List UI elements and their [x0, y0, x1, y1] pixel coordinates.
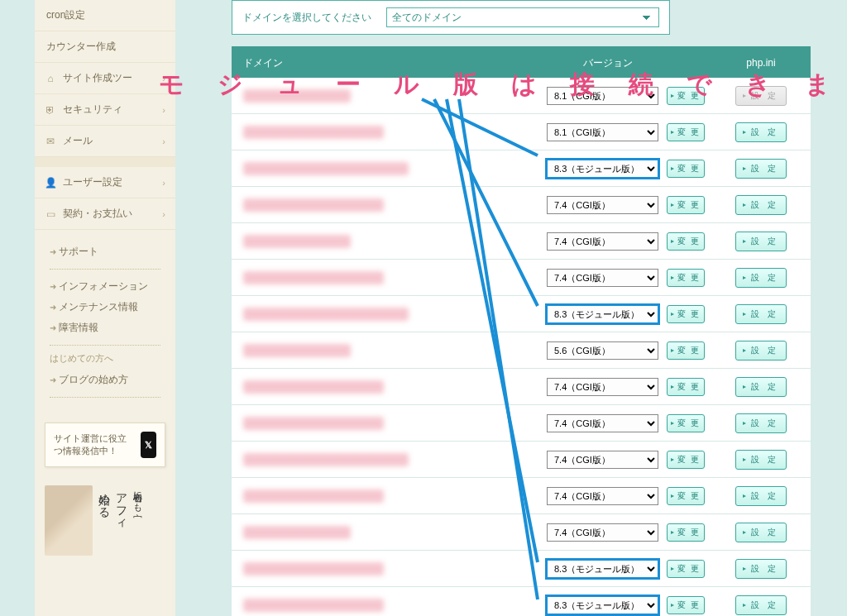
sidebar-support: サポート インフォメーション メンテナンス情報 障害情報 はじめての方へ ブログ…	[35, 230, 175, 411]
table-row: 7.4（CGI版）変 更設 定	[232, 514, 811, 551]
php-version-select[interactable]: 8.3（モジュール版）	[547, 560, 658, 578]
domain-cell-redacted	[243, 126, 384, 139]
phpini-settings-button[interactable]: 設 定	[735, 232, 787, 251]
table-row: 8.3（モジュール版）変 更設 定	[232, 296, 811, 332]
phpini-settings-button[interactable]: 設 定	[735, 377, 787, 397]
php-version-select[interactable]: 7.4（CGI版）	[547, 451, 658, 469]
version-table: ドメイン バージョン php.ini 8.1（CGI版）変 更設 定8.1（CG…	[232, 46, 811, 616]
sidebar-link-information[interactable]: インフォメーション	[50, 276, 160, 297]
change-button[interactable]: 変 更	[667, 451, 705, 469]
domain-cell-redacted	[243, 308, 409, 321]
domain-cell-redacted	[243, 344, 351, 357]
domain-cell-redacted	[243, 489, 384, 503]
php-version-select[interactable]: 5.6（CGI版）	[547, 341, 658, 360]
chevron-right-icon: ›	[162, 178, 165, 188]
php-version-select[interactable]: 7.4（CGI版）	[547, 269, 658, 287]
change-button[interactable]: 変 更	[667, 269, 705, 287]
php-version-select[interactable]: 8.3（モジュール版）	[547, 160, 658, 178]
table-row: 7.4（CGI版）変 更設 定	[232, 478, 811, 514]
th-version: バージョン	[505, 56, 711, 70]
domain-cell-redacted	[243, 198, 384, 212]
change-button[interactable]: 変 更	[667, 378, 705, 396]
phpini-settings-button[interactable]: 設 定	[735, 268, 787, 288]
phpini-settings-button[interactable]: 設 定	[735, 559, 787, 579]
table-row: 8.1（CGI版）変 更設 定	[232, 114, 811, 150]
table-row: 7.4（CGI版）変 更設 定	[232, 223, 811, 260]
th-domain: ドメイン	[232, 56, 505, 70]
php-version-select[interactable]: 7.4（CGI版）	[547, 196, 658, 214]
php-version-select[interactable]: 8.3（モジュール版）	[547, 305, 658, 323]
domain-selector-label: ドメインを選択してください	[242, 11, 371, 25]
change-button[interactable]: 変 更	[667, 87, 705, 105]
x-logo-icon: 𝕏	[141, 432, 156, 458]
promo-box[interactable]: サイト運営に役立つ情報発信中！ 𝕏	[45, 423, 165, 467]
phpini-settings-button[interactable]: 設 定	[735, 523, 787, 542]
table-row: 7.4（CGI版）変 更設 定	[232, 405, 811, 442]
change-button[interactable]: 変 更	[667, 560, 705, 578]
php-version-select[interactable]: 8.1（CGI版）	[547, 123, 658, 141]
change-button[interactable]: 変 更	[667, 196, 705, 214]
ad-text: 始める アフィ 初心者にも宀	[98, 485, 143, 601]
change-button[interactable]: 変 更	[667, 414, 705, 432]
change-button[interactable]: 変 更	[667, 123, 705, 141]
sidebar-item-mail[interactable]: ✉ メール ›	[35, 126, 175, 157]
domain-cell-redacted	[243, 562, 384, 575]
table-header: ドメイン バージョン php.ini	[232, 48, 811, 78]
sidebar: cron設定 カウンター作成 ⌂ サイト作成ツー › ⛨ セキュリティ › ✉ …	[35, 0, 175, 616]
main-panel: ドメインを選択してください 全てのドメイン ドメイン バージョン php.ini…	[232, 0, 830, 616]
php-version-select[interactable]: 7.4（CGI版）	[547, 414, 658, 432]
shield-icon: ⛨	[45, 104, 56, 116]
phpini-settings-button[interactable]: 設 定	[735, 413, 787, 433]
sidebar-item-security[interactable]: ⛨ セキュリティ ›	[35, 94, 175, 126]
chevron-right-icon: ›	[162, 136, 165, 146]
sidebar-item-billing[interactable]: ▭ 契約・お支払い ›	[35, 198, 175, 230]
phpini-settings-button[interactable]: 設 定	[735, 486, 787, 506]
phpini-settings-button[interactable]: 設 定	[735, 122, 787, 142]
sidebar-link-support[interactable]: サポート	[50, 241, 160, 262]
change-button[interactable]: 変 更	[667, 487, 705, 505]
change-button[interactable]: 変 更	[667, 596, 705, 614]
table-row: 5.6（CGI版）変 更設 定	[232, 332, 811, 369]
php-version-select[interactable]: 7.4（CGI版）	[547, 487, 658, 505]
php-version-select[interactable]: 8.3（モジュール版）	[547, 596, 658, 614]
table-row: 8.3（モジュール版）変 更設 定	[232, 551, 811, 587]
th-phpini: php.ini	[711, 57, 811, 69]
user-icon: 👤	[45, 177, 56, 189]
promo-text: サイト運営に役立つ情報発信中！	[54, 432, 132, 457]
chevron-right-icon: ›	[162, 209, 165, 219]
sidebar-item-counter[interactable]: カウンター作成	[35, 31, 175, 63]
change-button[interactable]: 変 更	[667, 160, 705, 178]
table-row: 7.4（CGI版）変 更設 定	[232, 442, 811, 478]
phpini-settings-button[interactable]: 設 定	[735, 341, 787, 361]
mail-icon: ✉	[45, 136, 56, 147]
change-button[interactable]: 変 更	[667, 341, 705, 360]
domain-cell-redacted	[243, 162, 409, 175]
sidebar-link-outage[interactable]: 障害情報	[50, 318, 160, 338]
change-button[interactable]: 変 更	[667, 305, 705, 323]
php-version-select[interactable]: 7.4（CGI版）	[547, 523, 658, 542]
sidebar-link-maintenance[interactable]: メンテナンス情報	[50, 297, 160, 318]
change-button[interactable]: 変 更	[667, 232, 705, 251]
domain-cell-redacted	[243, 235, 351, 248]
sidebar-item-sitebuilder[interactable]: ⌂ サイト作成ツー ›	[35, 63, 175, 94]
domain-cell-redacted	[243, 89, 351, 103]
table-row: 8.3（モジュール版）変 更設 定	[232, 587, 811, 616]
phpini-settings-button[interactable]: 設 定	[735, 159, 787, 179]
sidebar-item-user-settings[interactable]: 👤 ユーザー設定 ›	[35, 167, 175, 198]
domain-select[interactable]: 全てのドメイン	[386, 7, 659, 27]
sidebar-ad[interactable]: 始める アフィ 初心者にも宀	[45, 485, 165, 601]
table-row: 7.4（CGI版）変 更設 定	[232, 187, 811, 223]
phpini-settings-button[interactable]: 設 定	[735, 195, 787, 215]
ad-image	[45, 485, 93, 556]
phpini-settings-button[interactable]: 設 定	[735, 595, 787, 615]
change-button[interactable]: 変 更	[667, 523, 705, 542]
php-version-select[interactable]: 7.4（CGI版）	[547, 232, 658, 251]
php-version-select[interactable]: 8.1（CGI版）	[547, 87, 658, 105]
sidebar-link-blog-start[interactable]: ブログの始め方	[50, 370, 160, 390]
sidebar-item-cron[interactable]: cron設定	[35, 0, 175, 31]
phpini-settings-button: 設 定	[735, 86, 787, 106]
chevron-right-icon: ›	[162, 74, 165, 84]
phpini-settings-button[interactable]: 設 定	[735, 450, 787, 470]
php-version-select[interactable]: 7.4（CGI版）	[547, 378, 658, 396]
phpini-settings-button[interactable]: 設 定	[735, 304, 787, 324]
